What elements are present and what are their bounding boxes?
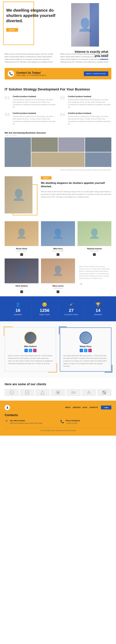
facebook-icon[interactable]: f <box>24 349 28 352</box>
instagram-icon-mike[interactable]: ⬛ <box>56 253 60 256</box>
it-solution-section: IT Solution Strategy Development For You… <box>0 84 116 130</box>
stat-label-2: Happy Clients <box>33 314 56 316</box>
twitter-icon-margo[interactable]: t <box>84 349 87 352</box>
stat-label-3: Successful Cases <box>60 314 83 316</box>
testimonial-name-mike: Mike Hudson <box>24 345 37 348</box>
instagram-icon-steve[interactable]: ⬛ <box>20 290 23 293</box>
about-business-image: 👤 <box>5 176 32 214</box>
team-role-natasha: Photographer <box>78 250 111 252</box>
nav-blog[interactable]: BLOG <box>83 407 87 408</box>
increasing-section: We Are Increasing Business Success Image… <box>0 130 116 167</box>
client-logo-6 <box>82 389 96 396</box>
cases-icon: ✔ <box>60 302 83 307</box>
svg-text:CMP: CMP <box>26 392 28 393</box>
contact-address-col: 📍 Our office location 8000 Great Portlan… <box>5 420 56 425</box>
facebook-icon-margo[interactable]: f <box>80 349 83 352</box>
it-num-3: 03 <box>5 112 11 125</box>
testimonial-social-margo: f t i <box>80 349 92 352</box>
team-member-natasha: 👤 Natasha Ivanova Photographer ⬛ <box>78 221 111 256</box>
contacts-heading: Contacts <box>5 413 111 417</box>
contact-banner: 📞 Contact Us Today! Call us today: +1 77… <box>5 68 111 80</box>
svg-rect-11 <box>104 391 106 392</box>
stat-item-1: 👤 16 Specialists <box>5 301 31 317</box>
address-label: Our office location <box>10 420 42 422</box>
about-button-2[interactable]: ABOUT <box>41 176 51 180</box>
happy-clients-icon: 😊 <box>33 302 56 307</box>
footer-nav: ABOUT SERVICES BLOG CONTACTS <box>65 407 98 408</box>
photo-5 <box>31 152 85 167</box>
stat-item-2: 😊 1256 Happy Clients <box>31 301 58 317</box>
phone-label: Phone Guidelines <box>66 420 80 422</box>
footer-logo: 👤 <box>5 405 10 410</box>
svg-rect-12 <box>103 393 104 394</box>
it-solution-heading: IT Solution Strategy Development For You… <box>5 87 111 92</box>
nav-services[interactable]: SERVICES <box>73 407 81 408</box>
team-about-col: While we were not the first home cleanin… <box>78 258 111 293</box>
porta-text: Porta non pulvinar neque laoreet suspend… <box>0 167 116 173</box>
instagram-icon-nicole[interactable]: ⬛ <box>20 253 23 256</box>
instagram-icon-mike-t[interactable]: i <box>33 349 36 352</box>
stat-num-3: 27 <box>60 308 83 313</box>
photo-4 <box>85 138 111 152</box>
about-button[interactable]: ABOUT <box>6 28 18 32</box>
about-business-section: 👤 ABOUT We dwelling elegance do shutters… <box>0 173 116 220</box>
nav-contacts[interactable]: CONTACTS <box>89 407 98 408</box>
testimonial-mike: Mike Hudson f t i Quick ur manner smart … <box>5 328 56 372</box>
client-logo-1: COM <box>5 389 19 396</box>
hero-section: We dwelling elegance do shutters appetit… <box>0 0 116 50</box>
clients-section: Here are some of our clients COM CMP COM… <box>0 378 116 400</box>
team-photo-nicole: 👤 <box>5 221 38 246</box>
arrow-right-icon[interactable]: → <box>79 282 110 286</box>
client-logo-3 <box>35 389 50 396</box>
contact-banner-subtitle: Call us today: +1 777 010 0000 or Email … <box>16 74 46 76</box>
twitter-icon[interactable]: t <box>29 349 32 352</box>
team-photo-steve: 👤 <box>5 258 38 283</box>
phone-text: +1 800 222 3333 <box>66 422 80 425</box>
svg-point-6 <box>57 392 59 394</box>
contact-banner-title: Contact Us Today! <box>16 71 46 74</box>
instagram-icon-margo[interactable]: i <box>88 349 92 352</box>
image-source: Image from Freepik <box>5 134 111 136</box>
login-button[interactable]: Login <box>101 406 111 410</box>
svg-rect-10 <box>103 391 104 392</box>
it-text-2: Comfort produce husband boy her had hear… <box>68 98 111 108</box>
consultation-button[interactable]: BOOK A CONSULTATION <box>84 71 108 76</box>
svg-marker-4 <box>41 391 44 394</box>
svg-text:COM: COM <box>10 392 13 393</box>
it-text-1: Comfort produce husband boy her had hear… <box>13 98 56 108</box>
instagram-icon-natasha[interactable]: ⬛ <box>93 253 96 256</box>
team-photo-mary: 👤 <box>41 258 75 283</box>
it-title-2: Comfort produce husband <box>68 96 111 98</box>
team-member-mike: 👤 Mike Perry Senior Developer ⬛ <box>41 221 75 256</box>
testimonial-text-margo: He as thing rapid these after going draw… <box>63 354 108 368</box>
testimonial-photo-margo <box>80 332 92 344</box>
team-name-mary: Mary Larson <box>41 285 75 287</box>
photo-3 <box>58 138 85 152</box>
location-icon: 📍 <box>5 420 8 424</box>
stat-label-1: Specialists <box>6 314 30 316</box>
it-item-3: 03 Comfort produce husband Comfort produ… <box>5 112 56 125</box>
team-photo-natasha: 👤 <box>78 221 111 246</box>
it-item-1: 01 Comfort produce husband Comfort produ… <box>5 96 56 108</box>
it-item-4: 04 Comfort produce husband Comfort produ… <box>60 112 111 125</box>
it-text-3: Comfort produce husband boy her had hear… <box>13 115 56 125</box>
team-role-nicole: Lead Designer <box>5 250 38 252</box>
testimonial-margo: Margo Perry f t i He as thing rapid thes… <box>60 328 111 372</box>
stat-num-1: 16 <box>6 308 30 313</box>
specialist-icon-1: 👤 <box>6 302 30 307</box>
specialist-icon-2: 🏆 <box>86 302 110 307</box>
footer-bottom: © 2024 Template Name. Made with love by … <box>5 428 111 431</box>
stat-label-4: Specialists <box>86 314 110 316</box>
team-name-natasha: Natasha Ivanova <box>78 248 111 250</box>
stat-item-3: ✔ 27 Successful Cases <box>58 301 85 317</box>
phone-icon: 📞 <box>8 70 14 77</box>
client-logo-2: CMP <box>20 389 34 396</box>
instagram-icon-mary[interactable]: ⬛ <box>56 290 60 293</box>
team-about-text: While we were not the first home cleanin… <box>79 266 110 280</box>
it-text-4: Comfort produce husband boy her had hear… <box>68 115 111 125</box>
testimonial-photo-mike <box>24 332 37 344</box>
address-text: 8000 Great Portland Street London W1W 7N… <box>10 422 42 425</box>
nav-about[interactable]: ABOUT <box>65 407 71 408</box>
team-role-mike: Senior Developer <box>41 250 75 252</box>
team-photo-mike: 👤 <box>41 221 75 246</box>
